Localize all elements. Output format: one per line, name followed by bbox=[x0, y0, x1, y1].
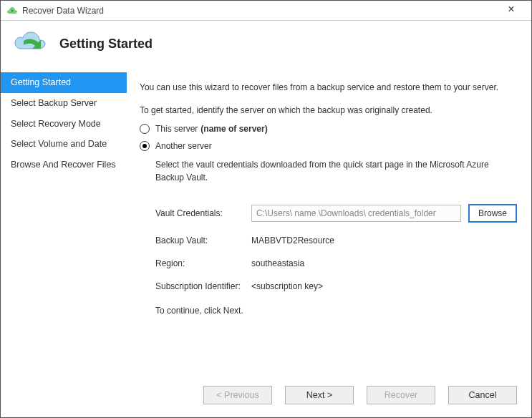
wizard-steps-sidebar: Getting Started Select Backup Server Sel… bbox=[1, 71, 127, 414]
cloud-recover-icon bbox=[9, 29, 49, 58]
app-icon bbox=[6, 5, 18, 16]
previous-button: < Previous bbox=[203, 386, 272, 404]
vault-credentials-label: Vault Credentials: bbox=[155, 208, 251, 218]
step-getting-started[interactable]: Getting Started bbox=[1, 72, 127, 93]
row-backup-vault: Backup Vault: MABBVTD2Resource bbox=[155, 235, 517, 246]
step-select-backup-server[interactable]: Select Backup Server bbox=[1, 93, 127, 114]
titlebar: Recover Data Wizard × bbox=[1, 1, 531, 21]
step-select-volume-date[interactable]: Select Volume and Date bbox=[1, 134, 127, 155]
page-title: Getting Started bbox=[59, 37, 153, 52]
recover-button: Recover bbox=[367, 386, 435, 404]
radio-another-label: Another server bbox=[155, 141, 212, 151]
wizard-footer-buttons: < Previous Next > Recover Cancel bbox=[203, 386, 517, 404]
cancel-button[interactable]: Cancel bbox=[448, 386, 517, 404]
row-vault-credentials: Vault Credentials: Browse bbox=[155, 204, 517, 223]
subscription-value: <subscription key> bbox=[251, 281, 323, 291]
vault-instruction: Select the vault credentials downloaded … bbox=[155, 158, 517, 184]
intro-text-1: You can use this wizard to recover files… bbox=[140, 81, 517, 94]
intro-text-2: To get started, identify the server on w… bbox=[140, 104, 517, 117]
step-browse-recover-files[interactable]: Browse And Recover Files bbox=[1, 155, 127, 175]
step-select-recovery-mode[interactable]: Select Recovery Mode bbox=[1, 114, 127, 135]
backup-vault-value: MABBVTD2Resource bbox=[251, 235, 334, 246]
next-button[interactable]: Next > bbox=[285, 386, 354, 404]
wizard-header: Getting Started bbox=[1, 21, 531, 71]
radio-this-suffix: (name of server) bbox=[200, 124, 267, 134]
vault-credentials-input[interactable] bbox=[251, 205, 461, 222]
row-subscription: Subscription Identifier: <subscription k… bbox=[155, 281, 517, 291]
wizard-content: You can use this wizard to recover files… bbox=[127, 71, 531, 414]
radio-icon bbox=[140, 141, 150, 151]
browse-button[interactable]: Browse bbox=[468, 204, 517, 223]
region-label: Region: bbox=[155, 258, 251, 268]
radio-this-server[interactable]: This server (name of server) bbox=[140, 124, 517, 134]
row-region: Region: southeastasia bbox=[155, 258, 517, 268]
region-value: southeastasia bbox=[251, 258, 304, 268]
backup-vault-label: Backup Vault: bbox=[155, 235, 251, 246]
subscription-label: Subscription Identifier: bbox=[155, 281, 251, 291]
continue-text: To continue, click Next. bbox=[155, 304, 517, 317]
radio-this-label: This server bbox=[155, 124, 198, 134]
radio-another-server[interactable]: Another server bbox=[140, 141, 517, 151]
radio-icon bbox=[140, 124, 150, 134]
window-title: Recover Data Wizard bbox=[22, 6, 497, 16]
close-button[interactable]: × bbox=[497, 1, 526, 21]
